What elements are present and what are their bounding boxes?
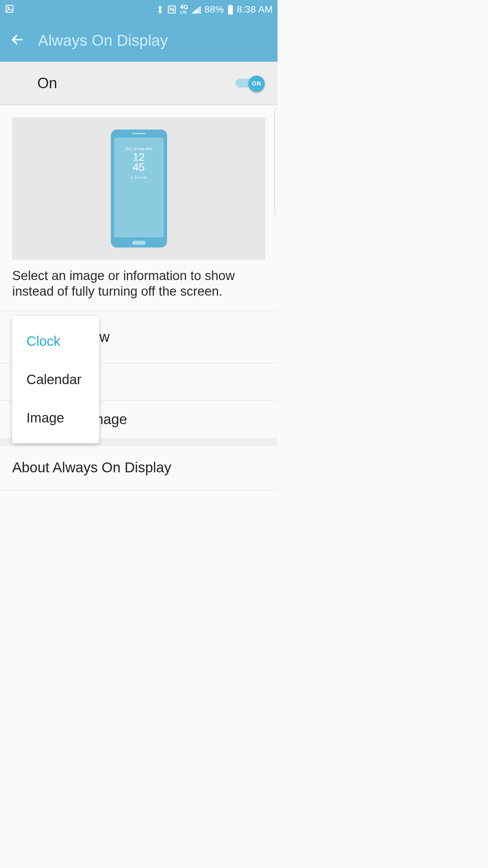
phone-preview: Thu, 16 Feb 84% 12 45 ✕ 12 ✉ 26 [111, 130, 167, 248]
toggle-knob-label: ON [248, 76, 265, 92]
svg-point-1 [8, 7, 9, 8]
nfc-icon [167, 5, 177, 14]
dropdown-option-calendar[interactable]: Calendar [12, 360, 99, 399]
dropdown-option-image[interactable]: Image [12, 399, 99, 437]
bluetooth-icon [156, 4, 164, 15]
signal-icon [191, 5, 201, 14]
dropdown-option-clock[interactable]: Clock [12, 322, 99, 360]
battery-percent: 88% [204, 4, 224, 15]
row-background-image-title: mage [92, 411, 265, 428]
dropdown-menu: Clock Calendar Image [12, 316, 99, 443]
battery-icon [227, 4, 233, 15]
preview-minute: 45 [133, 162, 145, 173]
description-text: Select an image or information to show i… [0, 268, 278, 311]
preview-card[interactable]: Thu, 16 Feb 84% 12 45 ✕ 12 ✉ 26 [12, 117, 265, 260]
page-title: Always On Display [38, 31, 168, 50]
svg-rect-3 [229, 4, 231, 5]
master-toggle-switch[interactable]: ON [236, 76, 265, 91]
clock-time: 8:38 AM [237, 4, 273, 15]
row-content-to-show-title: ow [92, 329, 265, 345]
master-toggle-row[interactable]: On ON [0, 62, 278, 105]
row-about-title: About Always On Display [12, 459, 265, 476]
master-toggle-label: On [37, 75, 236, 92]
preview-subline: ✕ 12 ✉ 26 [130, 176, 147, 179]
network-type-label: 4GLTE [180, 5, 188, 14]
svg-rect-5 [228, 6, 233, 15]
status-bar: 4GLTE 88% 8:38 AM [0, 0, 278, 19]
row-about[interactable]: About Always On Display [0, 445, 278, 490]
app-bar: Always On Display [0, 19, 278, 62]
back-icon[interactable] [10, 33, 24, 48]
preview-date: Thu, 16 Feb 84% [125, 147, 152, 151]
scroll-indicator[interactable] [274, 108, 278, 216]
picture-indicator-icon [5, 4, 14, 15]
